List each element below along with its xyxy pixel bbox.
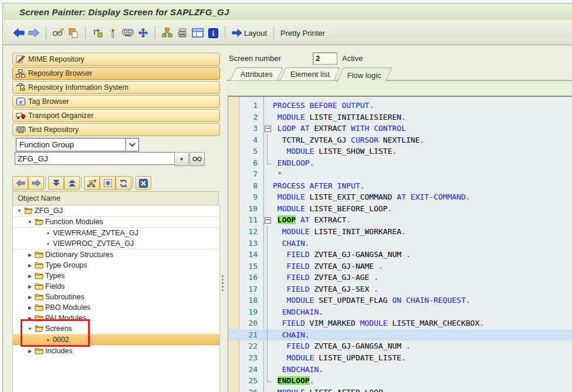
close-icon[interactable]: [136, 176, 151, 190]
code-line-23[interactable]: 23 MODULE LISTE_UPDATE_LISTE.: [228, 352, 572, 364]
stack-icon[interactable]: [175, 26, 189, 39]
tree-row-subroutines[interactable]: ▶Subroutines: [13, 292, 219, 302]
tab-element-list[interactable]: Element list: [280, 67, 340, 80]
panel-splitter[interactable]: [221, 48, 225, 392]
sidebar-button-repository-information-system[interactable]: Repository Information System: [12, 81, 220, 94]
code-line-14[interactable]: 14 FIELD ZVTEA_GJ-GANGSA_NUM .: [228, 249, 572, 261]
code-line-18[interactable]: 18 MODULE SET_UPDATE_FLAG ON CHAIN-REQUE…: [228, 295, 572, 306]
glasses-icon: [192, 156, 202, 162]
tree-row-viewproc_zvtea_gj[interactable]: •VIEWPROC_ZVTEA_GJ: [13, 238, 219, 249]
sidebar-button-test-repository[interactable]: Test Repository: [12, 123, 220, 136]
refresh-icon[interactable]: [116, 176, 131, 190]
tree-row-label: ZFG_GJ: [35, 207, 63, 215]
collapse-arrow-icon[interactable]: ▼: [16, 208, 22, 214]
expand-arrow-icon[interactable]: ▶: [27, 295, 33, 300]
code-line-19[interactable]: 19 ENDCHAIN.: [228, 306, 572, 318]
chevron-down-icon[interactable]: [126, 138, 138, 151]
code-text: MODULE LISTE_INIT_WORKAREA.: [273, 226, 406, 238]
pretty-printer-button[interactable]: Pretty Printer: [280, 29, 325, 38]
activate-icon[interactable]: [106, 26, 120, 39]
nav-back-icon[interactable]: [12, 176, 28, 190]
code-line-21[interactable]: 21 CHAIN.: [228, 329, 572, 341]
collapse-arrow-icon[interactable]: ▼: [27, 219, 33, 225]
screen-number-field[interactable]: 2: [313, 52, 337, 65]
fold-collapse-icon[interactable]: [260, 123, 273, 134]
expand-arrow-icon[interactable]: ▶: [27, 273, 33, 279]
test-icon[interactable]: [121, 26, 135, 39]
tree-row-dictionary-structures[interactable]: ▶Dictionary Structures: [13, 249, 219, 260]
code-line-16[interactable]: 16 FIELD ZVTEA_GJ-AGE .: [228, 272, 572, 283]
code-line-13[interactable]: 13 CHAIN.: [228, 238, 572, 249]
code-line-9[interactable]: 9 MODULE LISTE_EXIT_COMMAND AT EXIT-COMM…: [228, 191, 572, 203]
forward-icon[interactable]: [27, 26, 41, 39]
bullet-icon: •: [43, 240, 53, 247]
fold-box[interactable]: [265, 217, 271, 224]
splitter-handle[interactable]: [222, 273, 224, 293]
copy-icon[interactable]: [66, 26, 80, 39]
tree-row-fields[interactable]: ▶Fields: [13, 281, 219, 292]
sidebar-button-repository-browser[interactable]: Repository Browser: [12, 67, 220, 80]
hierarchy-up-icon[interactable]: [84, 176, 100, 190]
tree-row-viewframe_zvtea_gj[interactable]: •VIEWFRAME_ZVTEA_GJ: [13, 227, 219, 238]
code-line-17[interactable]: 17 FIELD ZVTEA_GJ-SEX .: [228, 283, 572, 295]
flow-logic-editor[interactable]: 1PROCESS BEFORE OUTPUT.2 MODULE LISTE_IN…: [228, 96, 572, 392]
fold-box[interactable]: [265, 126, 271, 132]
line-number: 14: [228, 249, 260, 261]
tree-row-zfg_gj[interactable]: ▼ZFG_GJ: [13, 205, 219, 216]
code-line-4[interactable]: 4 TCTRL_ZVTEA_GJ CURSOR NEXTLINE.: [228, 134, 572, 146]
browser-icon: [15, 69, 26, 77]
sidebar-button-label: Repository Browser: [28, 69, 92, 77]
code-line-6[interactable]: 6 ENDLOOP.: [228, 157, 572, 169]
layout-button[interactable]: Layout: [232, 29, 267, 38]
sidebar-button-tag-browser[interactable]: eTag Browser: [12, 95, 220, 108]
focus-icon[interactable]: [100, 176, 116, 190]
code-line-20[interactable]: 20 FIELD VIM_MARKED MODULE LISTE_MARK_CH…: [228, 317, 572, 329]
object-name-input[interactable]: [15, 152, 175, 165]
hierarchy-icon[interactable]: [160, 26, 174, 39]
code-line-26[interactable]: 26 MODULE LISTE_AFTER_LOOP.: [228, 387, 572, 392]
code-line-3[interactable]: 3 LOOP AT EXTRACT WITH CONTROL: [228, 123, 572, 134]
info-icon[interactable]: i: [206, 26, 220, 39]
back-icon[interactable]: [12, 26, 26, 39]
expand-arrow-icon[interactable]: ▶: [27, 305, 33, 310]
folder-open-icon: [34, 218, 43, 225]
expand-all-icon[interactable]: [48, 176, 64, 190]
nav-forward-icon[interactable]: [28, 176, 44, 190]
tab-attributes[interactable]: Attributes: [230, 67, 283, 80]
expand-arrow-icon[interactable]: ▶: [27, 263, 33, 268]
code-line-11[interactable]: 11 LOOP AT EXTRACT.: [228, 214, 572, 226]
tree-row-function-modules[interactable]: ▼Function Modules: [13, 216, 219, 227]
code-line-25[interactable]: 25 ENDLOOP.: [228, 375, 572, 387]
sidebar-button-mime-repository[interactable]: MIME Repository: [12, 53, 220, 66]
fold-collapse-icon[interactable]: [260, 214, 273, 226]
code-line-5[interactable]: 5 MODULE LISTE_SHOW_LISTE.: [228, 146, 572, 157]
tree-row-pbo-modules[interactable]: ▶PBO Modules: [13, 302, 219, 313]
object-type-select[interactable]: Function Group: [16, 138, 139, 151]
collapse-all-icon[interactable]: [64, 176, 80, 190]
tab-flow-logic[interactable]: Flow logic: [336, 67, 392, 83]
goto-icon[interactable]: [90, 26, 104, 39]
sidebar-button-transport-organizer[interactable]: Transport Organizer: [12, 109, 220, 122]
tree-row-types[interactable]: ▶Types: [13, 271, 219, 281]
expand-arrow-icon[interactable]: ▶: [27, 252, 33, 258]
annotation-red-box: [21, 319, 90, 347]
code-line-15[interactable]: 15 FIELD ZVTEA_GJ-NAME .: [228, 261, 572, 272]
search-glasses-button[interactable]: [189, 152, 205, 166]
code-line-7[interactable]: 7 *: [228, 168, 572, 180]
table-icon[interactable]: [191, 26, 205, 39]
tab-label: Attributes: [241, 70, 273, 79]
tree-row-type-groups[interactable]: ▶Type Groups: [13, 260, 219, 271]
code-line-24[interactable]: 24 ENDCHAIN.: [228, 364, 572, 376]
code-line-12[interactable]: 12 MODULE LISTE_INIT_WORKAREA.: [228, 226, 572, 238]
navigate-icon[interactable]: [136, 26, 150, 39]
code-line-22[interactable]: 22 FIELD ZVTEA_GJ-GANGSA_NUM .: [228, 340, 572, 352]
dropdown-arrow-button[interactable]: ▼: [174, 152, 189, 166]
code-line-8[interactable]: 8PROCESS AFTER INPUT.: [228, 180, 572, 192]
folder-closed-icon: [34, 251, 43, 258]
expand-arrow-icon[interactable]: ▶: [27, 349, 33, 354]
code-line-2[interactable]: 2 MODULE LISTE_INITIALISIEREN.: [228, 111, 572, 123]
code-line-10[interactable]: 10 MODULE LISTE_BEFORE_LOOP.: [228, 203, 572, 215]
code-line-1[interactable]: 1PROCESS BEFORE OUTPUT.: [228, 100, 572, 111]
expand-arrow-icon[interactable]: ▶: [27, 284, 33, 289]
display-change-icon[interactable]: [51, 26, 65, 39]
